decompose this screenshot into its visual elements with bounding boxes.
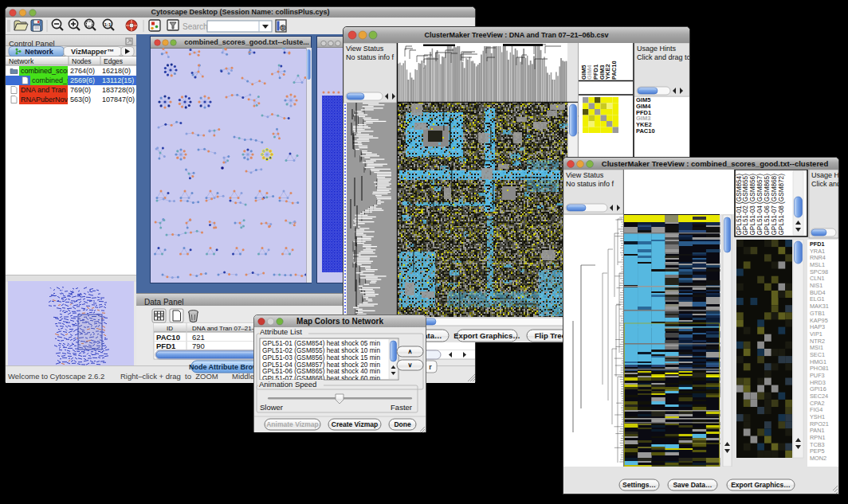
svg-text:No status info f: No status info f	[566, 180, 614, 188]
svg-text:Done: Done	[394, 420, 411, 428]
svg-text:Save Data…: Save Data…	[673, 481, 712, 489]
svg-text:2569(6): 2569(6)	[70, 76, 95, 84]
svg-text:SPC98: SPC98	[810, 268, 828, 275]
svg-text:MSI1: MSI1	[810, 344, 823, 351]
svg-text:CLN1: CLN1	[810, 275, 825, 282]
svg-text:MON2: MON2	[810, 455, 826, 462]
svg-text:KAP95: KAP95	[810, 317, 828, 324]
svg-text:RPO21: RPO21	[810, 420, 829, 428]
svg-text:790: 790	[192, 342, 205, 350]
svg-text:GPL51-06 (GSM865): GPL51-06 (GSM865)	[764, 174, 771, 236]
svg-text:TCB3: TCB3	[810, 441, 825, 448]
svg-text:MSL1: MSL1	[810, 261, 825, 268]
svg-text:GPL51-02 (GSM855): GPL51-02 (GSM855)	[742, 174, 749, 236]
svg-text:∧: ∧	[408, 348, 413, 355]
svg-text:b: b	[281, 25, 285, 30]
svg-text:PFD1: PFD1	[810, 240, 825, 248]
svg-text:Usage Hints: Usage Hints	[637, 45, 677, 53]
svg-text:Attribute List: Attribute List	[260, 327, 302, 336]
svg-text:Usage Hi: Usage Hi	[811, 171, 838, 179]
svg-text:Export Graphics…: Export Graphics…	[453, 331, 520, 340]
svg-text:Click and drag tc: Click and drag tc	[637, 53, 689, 61]
svg-text:ELG1: ELG1	[810, 295, 825, 303]
svg-text:CPA2: CPA2	[810, 400, 825, 407]
svg-text:769(0): 769(0)	[70, 86, 91, 94]
svg-text:r: r	[429, 363, 432, 371]
svg-text:Faster: Faster	[391, 403, 412, 412]
svg-text:No status info f: No status info f	[346, 53, 395, 61]
svg-text:NTR2: NTR2	[810, 338, 825, 345]
svg-text:GPI16: GPI16	[810, 385, 826, 393]
svg-text:1:1: 1:1	[104, 22, 112, 27]
svg-text:PUF3: PUF3	[810, 372, 825, 379]
svg-text:YSH1: YSH1	[810, 413, 825, 420]
svg-text:621: 621	[192, 333, 205, 342]
svg-text:Nodes: Nodes	[72, 57, 92, 65]
svg-text:∨: ∨	[408, 361, 413, 369]
svg-text:PAC10: PAC10	[636, 127, 655, 135]
svg-text:GPL51-08 (GSM872): GPL51-08 (GSM872)	[778, 174, 785, 236]
svg-text:RPN1: RPN1	[810, 434, 825, 441]
svg-text:563(0): 563(0)	[70, 96, 91, 104]
svg-text:Create Vizmap: Create Vizmap	[332, 420, 378, 428]
svg-text:YRA1: YRA1	[810, 248, 825, 255]
svg-text:DNA and Tran 07: DNA and Tran 07	[21, 86, 76, 94]
svg-text:PFD1: PFD1	[156, 342, 176, 350]
svg-text:VizMapper™: VizMapper™	[71, 48, 114, 56]
svg-text:Network: Network	[25, 48, 54, 56]
svg-text:2764(0): 2764(0)	[70, 67, 95, 75]
svg-text:HRD3: HRD3	[810, 379, 826, 386]
svg-text:Click and: Click and	[811, 180, 838, 188]
svg-text:Settings…: Settings…	[622, 481, 656, 489]
svg-text:Export Graphics…: Export Graphics…	[731, 481, 791, 489]
svg-text:Animate Vizmap: Animate Vizmap	[266, 420, 319, 428]
svg-text:GPL51-07 (GSM868): GPL51-07 (GSM868)	[771, 174, 778, 236]
svg-text:Node Attribute Brows: Node Attribute Brows	[189, 363, 262, 371]
svg-text:NIS1: NIS1	[810, 282, 822, 289]
svg-text:Network: Network	[9, 57, 34, 65]
svg-text:13112(15): 13112(15)	[102, 76, 134, 84]
svg-text:View Status: View Status	[566, 171, 604, 179]
svg-text:MAK31: MAK31	[810, 303, 829, 310]
svg-text:GTB1: GTB1	[810, 310, 825, 317]
svg-text:Search:: Search:	[183, 22, 210, 31]
svg-text:PHO81: PHO81	[810, 365, 829, 372]
svg-text:GPL51-03 (GSM856): GPL51-03 (GSM856)	[749, 174, 756, 236]
svg-text:GPL51-01 (GSM854): GPL51-01 (GSM854)	[736, 174, 743, 236]
svg-text:Edges: Edges	[104, 57, 123, 65]
svg-text:View Status: View Status	[346, 45, 384, 53]
svg-text:PAC10: PAC10	[156, 333, 180, 342]
svg-text:SEC1: SEC1	[810, 351, 825, 358]
svg-text:GPL51-04 (GSM857): GPL51-04 (GSM857)	[756, 174, 764, 236]
svg-text:16218(0): 16218(0)	[102, 67, 131, 75]
svg-text:PEP5: PEP5	[810, 447, 825, 455]
svg-text:Slower: Slower	[260, 403, 283, 412]
svg-text:ID: ID	[167, 325, 173, 332]
svg-text:Animation Speed: Animation Speed	[259, 380, 316, 389]
svg-text:FIG4: FIG4	[810, 406, 822, 413]
svg-text:107847(0): 107847(0)	[102, 96, 135, 104]
svg-text:183728(0): 183728(0)	[102, 86, 135, 94]
svg-text:VIP1: VIP1	[810, 330, 822, 338]
svg-text:PAC10: PAC10	[610, 61, 618, 80]
